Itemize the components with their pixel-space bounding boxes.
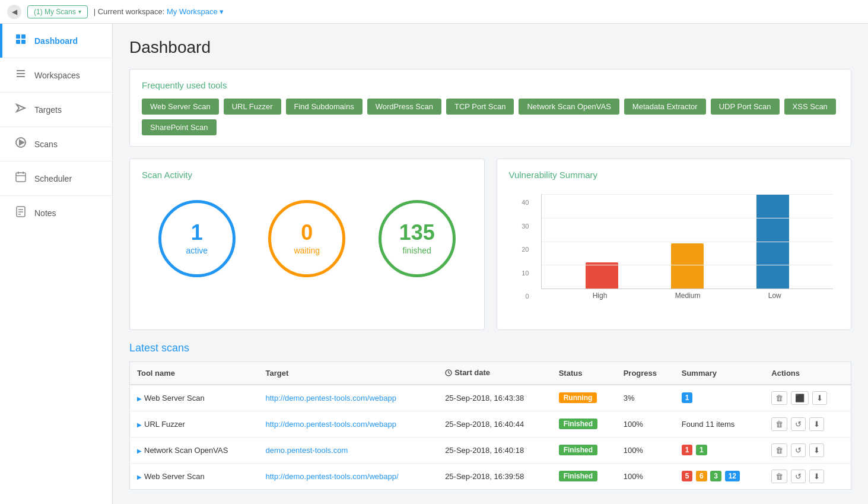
actions-cell: 🗑 ⬛ ⬇ [764,385,851,411]
col-start-date: Start date [438,362,552,385]
start-date-cell: 25-Sep-2018, 16:40:44 [438,411,552,437]
rerun-button[interactable]: ↺ [791,417,806,431]
target-link[interactable]: http://demo.pentest-tools.com/webapp [266,394,396,402]
tool-btn-sharepoint-scan[interactable]: SharePoint Scan [142,119,217,135]
actions-cell: 🗑 ↺ ⬇ [764,437,851,463]
col-tool-name: Tool name [130,362,259,385]
svg-rect-1 [21,34,26,39]
finished-count: 135 [399,222,435,243]
tool-btn-udp-port-scan[interactable]: UDP Port Scan [711,99,780,115]
target-cell: http://demo.pentest-tools.com/webapp [259,385,438,411]
col-actions: Actions [764,362,851,385]
delete-button[interactable]: 🗑 [771,391,787,405]
target-cell: demo.pentest-tools.com [259,437,438,463]
workspaces-icon [14,68,27,83]
download-button[interactable]: ⬇ [812,391,827,405]
summary-badge-5: 5 [682,471,693,481]
dashboard-icon [14,33,27,48]
sidebar-item-targets[interactable]: Targets [0,93,112,126]
caret-icon: ▾ [78,8,81,15]
tool-btn-network-scan-openvas[interactable]: Network Scan OpenVAS [519,99,619,115]
target-cell: http://demo.pentest-tools.com/webapp [259,411,438,437]
summary-badge-6: 6 [696,471,707,481]
delete-button[interactable]: 🗑 [771,470,787,483]
play-icon [137,446,144,455]
tool-btn-tcp-port-scan[interactable]: TCP Port Scan [446,99,514,115]
rerun-button[interactable]: ↺ [791,443,806,457]
download-button[interactable]: ⬇ [809,417,824,431]
rerun-button[interactable]: ↺ [791,470,806,483]
y-label-10: 10 [515,270,529,277]
sidebar-item-workspaces[interactable]: Workspaces [0,58,112,92]
status-badge: Running [559,392,597,403]
y-label-40: 40 [515,199,529,206]
start-date-cell: 25-Sep-2018, 16:39:58 [438,463,552,489]
vuln-chart: 40 30 20 10 0 [509,188,840,319]
vulnerability-summary-card: Vulnerability Summary 40 30 20 10 0 [497,159,852,330]
svg-rect-3 [21,40,26,44]
summary-cell: 5 6 3 12 [675,463,765,489]
summary-badge-12: 12 [725,471,740,481]
delete-button[interactable]: 🗑 [771,417,787,431]
sidebar-item-dashboard[interactable]: Dashboard [0,24,112,58]
stop-button[interactable]: ⬛ [791,391,809,405]
scans-icon [14,137,27,151]
y-label-30: 30 [515,223,529,230]
summary-badge-green: 1 [696,445,707,455]
tool-name-cell: Web Server Scan [130,385,259,411]
layout: Dashboard Workspaces Targets Scans [0,24,868,504]
status-badge: Finished [559,471,597,481]
sidebar-workspaces-label: Workspaces [34,71,80,80]
target-link[interactable]: http://demo.pentest-tools.com/webapp/ [266,472,399,481]
svg-rect-0 [16,34,20,39]
tool-btn-metadata-extractor[interactable]: Metadata Extractor [624,99,706,115]
waiting-label: waiting [294,246,320,255]
summary-cell: Found 11 items [675,411,765,437]
tool-name-text: Web Server Scan [144,472,205,481]
bar-label-medium: Medium [675,291,701,300]
summary-badge: 1 [682,392,693,403]
download-button[interactable]: ⬇ [809,443,824,457]
back-icon: ◀ [12,8,17,16]
sidebar-scheduler-label: Scheduler [34,174,72,183]
sidebar-notes-label: Notes [34,208,56,218]
svg-rect-2 [16,40,20,44]
tool-name-cell: Network Scan OpenVAS [130,437,259,463]
tool-btn-find-subdomains[interactable]: Find Subdomains [286,99,363,115]
start-date-cell: 25-Sep-2018, 16:43:38 [438,385,552,411]
active-circle-wrap: 1 active [158,200,236,277]
tool-btn-wordpress-scan[interactable]: WordPress Scan [367,99,441,115]
download-button[interactable]: ⬇ [809,470,824,483]
tool-name-cell: URL Fuzzer [130,411,259,437]
play-icon [137,420,144,429]
main-content: Dashboard Frequently used tools Web Serv… [113,24,868,504]
my-scans-button[interactable]: (1) My Scans ▾ [27,5,88,18]
scan-circles-container: 1 active 0 waiting 135 finished [142,188,472,289]
bar-label-low: Low [768,291,781,300]
sidebar-scans-label: Scans [34,140,58,149]
status-badge: Finished [559,445,597,455]
tool-btn-url-fuzzer[interactable]: URL Fuzzer [224,99,281,115]
sidebar-item-notes[interactable]: Notes [0,196,112,230]
table-row: Web Server Scan http://demo.pentest-tool… [130,463,851,489]
target-cell: http://demo.pentest-tools.com/webapp/ [259,463,438,489]
col-status: Status [552,362,616,385]
target-link[interactable]: demo.pentest-tools.com [266,446,348,455]
back-button[interactable]: ◀ [7,5,21,19]
table-row: Web Server Scan http://demo.pentest-tool… [130,385,851,411]
tool-btn-xss-scan[interactable]: XSS Scan [784,99,836,115]
status-cell: Finished [552,411,616,437]
tool-btn-web-server-scan[interactable]: Web Server Scan [142,99,219,115]
active-count: 1 [191,222,203,243]
delete-button[interactable]: 🗑 [771,443,787,457]
sidebar-item-scans[interactable]: Scans [0,127,112,161]
sidebar-item-scheduler[interactable]: Scheduler [0,161,112,195]
active-circle: 1 active [158,200,236,277]
table-row: URL Fuzzer http://demo.pentest-tools.com… [130,411,851,437]
play-icon [137,472,144,481]
target-link[interactable]: http://demo.pentest-tools.com/webapp [266,420,396,429]
latest-scans-section: Latest scans Tool name Target Start date… [129,342,851,490]
summary-cell: 1 [675,385,765,411]
workspace-link[interactable]: My Workspace ▾ [167,7,224,16]
waiting-circle: 0 waiting [268,200,345,277]
